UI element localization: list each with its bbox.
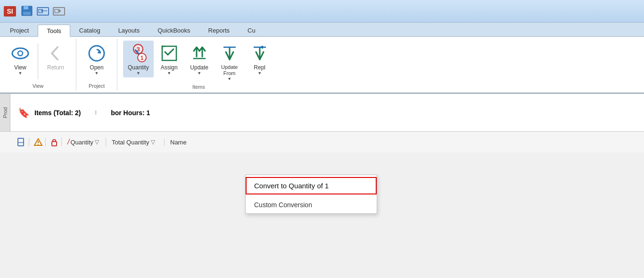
view-button[interactable]: View ▼ [6, 41, 35, 77]
quantity-slash-icon: / [67, 138, 69, 146]
save-icon[interactable] [20, 5, 34, 18]
assign-label: Assign [161, 64, 178, 71]
update-from-icon [220, 43, 239, 63]
svg-text:1: 1 [140, 55, 144, 61]
ribbon-tabs: Project Tools Catalog Layouts QuickBooks… [0, 23, 644, 37]
update-button[interactable]: Update ▼ [185, 41, 214, 77]
update-from-arrow: ▼ [227, 76, 231, 81]
tab-quickbooks[interactable]: QuickBooks [149, 24, 199, 36]
prod-label: Prod [2, 107, 8, 118]
tab-project[interactable]: Project [1, 24, 38, 36]
svg-point-12 [12, 48, 28, 59]
ribbon-content: View ▼ Return View [0, 37, 644, 93]
svg-rect-28 [18, 138, 24, 146]
custom-conversion-item[interactable]: Custom Conversion [246, 196, 377, 213]
return-icon [46, 43, 66, 63]
svg-marker-10 [59, 9, 61, 13]
update-label: Update [190, 64, 208, 71]
open-button[interactable]: Open ▼ [82, 41, 111, 77]
bookmark-icon: 🔖 [18, 107, 30, 118]
project-group-items: Open ▼ [80, 39, 113, 82]
svg-point-14 [89, 46, 104, 61]
svg-rect-2 [23, 12, 31, 15]
ribbon-group-project: Open ▼ Project [76, 39, 117, 91]
return-button[interactable]: Return [41, 41, 70, 73]
convert-to-quantity-item[interactable]: Convert to Quantity of 1 [246, 177, 377, 194]
table-header: / Quantity ▽ Total Quantity ▽ Name [0, 131, 644, 152]
open-arrow: ▼ [95, 71, 99, 76]
items-total-label: Items (Total: 2) [34, 109, 81, 117]
ribbon-group-items: 3 1 Quantity ▼ [117, 39, 280, 91]
tab-reports[interactable]: Reports [199, 24, 239, 36]
left-panel-tab[interactable]: Prod [0, 94, 10, 131]
svg-point-13 [18, 51, 23, 56]
project-group-label: Project [80, 82, 113, 91]
col-lock [48, 138, 62, 146]
update-from-button[interactable]: Update From ▼ [215, 41, 244, 83]
view-group-label: View [4, 82, 72, 91]
divider-1 [38, 43, 38, 79]
tab-layouts[interactable]: Layouts [109, 24, 149, 36]
quantity-icon: 3 1 [128, 43, 148, 63]
open-label: Open [90, 64, 103, 71]
items-group-items: 3 1 Quantity ▼ [121, 39, 276, 83]
svg-rect-9 [55, 9, 58, 13]
replace-arrow: ▼ [257, 71, 262, 76]
items-separator: I [95, 109, 97, 116]
total-quantity-filter-icon[interactable]: ▽ [151, 139, 155, 145]
update-icon [190, 43, 209, 63]
update-arrow: ▼ [197, 71, 201, 76]
col-total-quantity[interactable]: Total Quantity ▽ [108, 139, 165, 146]
col-bookmark [15, 138, 29, 146]
title-bar: SI [0, 0, 644, 23]
status-bar: Prod 🔖 Items (Total: 2) I bor Hours: 1 [0, 93, 644, 131]
col-warning [31, 138, 46, 146]
replace-label: Repl [254, 64, 265, 71]
tab-catalog[interactable]: Catalog [70, 24, 109, 36]
tab-custom[interactable]: Cu [239, 24, 264, 36]
upload-icon[interactable] [36, 5, 50, 18]
view-group-items: View ▼ Return [4, 39, 72, 82]
si-logo: SI [4, 6, 16, 17]
quantity-arrow: ▼ [136, 71, 140, 76]
total-quantity-col-label: Total Quantity [112, 139, 149, 146]
col-name[interactable]: Name [166, 139, 204, 146]
view-arrow: ▼ [18, 71, 23, 76]
download-icon[interactable] [52, 5, 66, 18]
tab-tools[interactable]: Tools [38, 25, 70, 37]
quantity-dropdown: Convert to Quantity of 1 Custom Conversi… [245, 175, 377, 214]
quantity-filter-icon[interactable]: ▽ [95, 139, 99, 145]
open-icon [87, 43, 107, 63]
items-group-label: Items [121, 83, 276, 92]
quantity-button[interactable]: 3 1 Quantity ▼ [123, 41, 154, 77]
view-icon [10, 43, 30, 63]
svg-rect-33 [52, 142, 57, 146]
quantity-col-label: Quantity [70, 139, 93, 146]
svg-point-32 [38, 144, 39, 145]
assign-button[interactable]: Assign ▼ [155, 41, 184, 77]
return-label: Return [47, 64, 64, 71]
col-quantity[interactable]: / Quantity ▽ [64, 138, 106, 146]
update-from-label: Update From [221, 64, 238, 76]
ribbon-group-view: View ▼ Return View [0, 39, 76, 91]
name-col-label: Name [170, 139, 187, 146]
assign-arrow: ▼ [167, 71, 171, 76]
view-label: View [14, 64, 26, 71]
labor-hours-label: bor Hours: 1 [111, 109, 150, 117]
assign-icon [159, 43, 179, 63]
replace-icon [250, 43, 270, 63]
replace-button[interactable]: Repl ▼ [245, 41, 274, 77]
quantity-label: Quantity [128, 64, 149, 71]
svg-rect-1 [24, 6, 28, 9]
